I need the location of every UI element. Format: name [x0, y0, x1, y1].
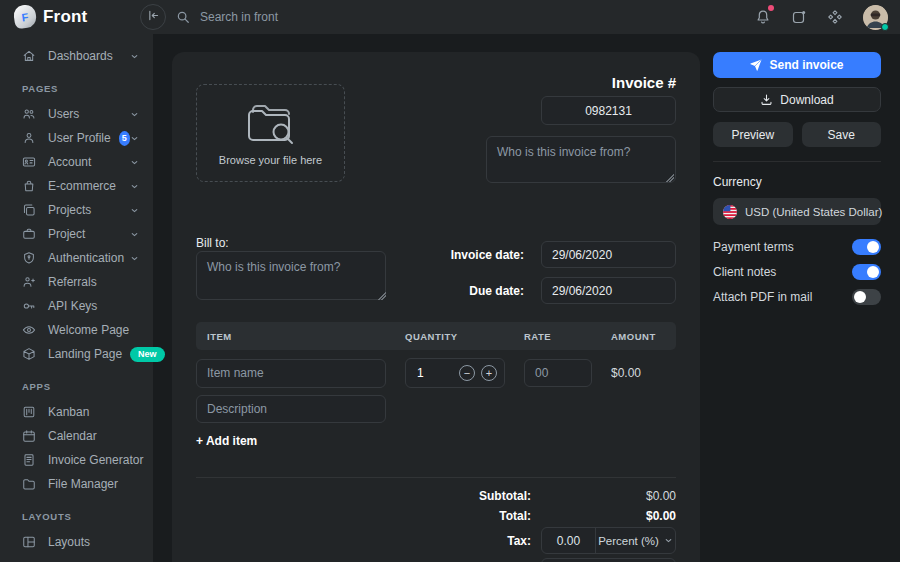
- download-label: Download: [780, 93, 833, 107]
- sidebar-item-account[interactable]: Account: [0, 150, 153, 174]
- resize-handle[interactable]: [377, 291, 386, 300]
- sidebar-item-users[interactable]: Users: [0, 102, 153, 126]
- quantity-decrease-button[interactable]: −: [459, 365, 475, 381]
- user-icon: [22, 131, 36, 145]
- sidebar-item-authentication[interactable]: Authentication: [0, 246, 153, 270]
- us-flag-icon: [723, 205, 737, 219]
- preview-button[interactable]: Preview: [713, 122, 793, 147]
- toggle-client-notes[interactable]: [852, 264, 881, 280]
- sidebar-item-label: Projects: [48, 203, 91, 217]
- panel-divider: [713, 161, 881, 162]
- sidebar-item-api-keys[interactable]: API Keys: [0, 294, 153, 318]
- quantity-value[interactable]: 1: [413, 366, 459, 380]
- sidebar-item-label: Layouts: [48, 535, 90, 549]
- search-input[interactable]: [200, 10, 420, 24]
- sidebar-item-label: Users: [48, 107, 79, 121]
- quantity-stepper: 1 − +: [405, 358, 505, 388]
- upload-label: Browse your file here: [219, 154, 322, 166]
- apps-button[interactable]: [791, 9, 807, 25]
- briefcase-icon: [22, 227, 36, 241]
- tax-label: Tax:: [507, 534, 531, 548]
- add-item-button[interactable]: + Add item: [196, 434, 257, 448]
- global-search: [176, 0, 420, 34]
- chevron-down-icon: [130, 52, 139, 61]
- chevron-down-icon: [664, 536, 673, 545]
- sidebar-item-label: Calendar: [48, 429, 97, 443]
- invoice-date-input[interactable]: [541, 241, 676, 268]
- rate-input[interactable]: [524, 359, 592, 387]
- copy-icon: [22, 203, 36, 217]
- sidebar-item-invoice-generator[interactable]: Invoice Generator: [0, 448, 153, 472]
- sidebar-item-referrals[interactable]: Referrals: [0, 270, 153, 294]
- description-input[interactable]: [196, 395, 386, 423]
- person-plus-icon: [22, 275, 36, 289]
- sidebar-item-calendar[interactable]: Calendar: [0, 424, 153, 448]
- sidebar-item-project[interactable]: Project: [0, 222, 153, 246]
- sidebar-item-label: Welcome Page: [48, 323, 129, 337]
- item-name-input[interactable]: [196, 359, 386, 388]
- amount-paid-input[interactable]: [541, 558, 676, 562]
- sidebar: DashboardsPagesUsersUser Profile5Account…: [0, 34, 153, 562]
- tax-input-group: Percent (%): [541, 527, 676, 554]
- resize-handle[interactable]: [665, 173, 674, 182]
- sidebar-item-dashboards[interactable]: Dashboards: [0, 44, 153, 68]
- logo-upload-dropzone[interactable]: Browse your file here: [196, 84, 345, 182]
- sidebar-item-label: Authentication: [48, 251, 124, 265]
- badge-new: New: [130, 347, 165, 362]
- nav-section-header-apps: Apps: [0, 366, 153, 400]
- avatar[interactable]: [863, 5, 888, 30]
- total-value: $0.00: [531, 509, 676, 523]
- amount-value: $0.00: [611, 366, 676, 380]
- toggle-knob: [867, 241, 879, 253]
- folder-search-icon: [240, 101, 302, 147]
- chevron-down-icon: [130, 158, 139, 167]
- brand-logo-icon: F: [13, 4, 38, 30]
- sidebar-item-kanban[interactable]: Kanban: [0, 400, 153, 424]
- currency-label: Currency: [713, 175, 881, 189]
- download-icon: [760, 93, 773, 106]
- sidebar-item-welcome-page[interactable]: Welcome Page: [0, 318, 153, 342]
- currency-select[interactable]: USD (United States Dollar): [713, 198, 881, 225]
- due-date-label: Due date:: [469, 284, 524, 298]
- sidebar-item-label: Project: [48, 227, 85, 241]
- quantity-increase-button[interactable]: +: [481, 365, 497, 381]
- sidebar-item-user-profile[interactable]: User Profile5: [0, 126, 153, 150]
- widgets-button[interactable]: [827, 9, 843, 25]
- search-icon: [176, 10, 190, 24]
- widgets-icon: [827, 9, 843, 25]
- invoice-actions-panel: Send invoice Download Preview Save Curre…: [713, 52, 881, 305]
- sidebar-item-e-commerce[interactable]: E-commerce: [0, 174, 153, 198]
- toggle-knob: [867, 266, 879, 278]
- folder-icon: [22, 477, 36, 491]
- save-button[interactable]: Save: [802, 122, 882, 147]
- collapse-sidebar-button[interactable]: [140, 4, 166, 30]
- sidebar-item-landing-page[interactable]: Landing PageNew: [0, 342, 153, 366]
- download-button[interactable]: Download: [713, 87, 881, 112]
- chevron-down-icon: [130, 206, 139, 215]
- sidebar-item-label: Invoice Generator: [48, 453, 143, 467]
- nav-section-header-pages: Pages: [0, 68, 153, 102]
- tax-unit-value: Percent (%): [598, 535, 659, 547]
- due-date-input[interactable]: [541, 277, 676, 304]
- toggle-knob: [854, 291, 866, 303]
- sidebar-item-projects[interactable]: Projects: [0, 198, 153, 222]
- sidebar-item-file-manager[interactable]: File Manager: [0, 472, 153, 496]
- sidebar-item-layouts[interactable]: Layouts: [0, 530, 153, 554]
- brand-logo[interactable]: F Front: [14, 5, 87, 28]
- sidebar-item-label: API Keys: [48, 299, 97, 313]
- invoice-from-textarea[interactable]: [486, 136, 676, 183]
- chevron-down-icon: [130, 230, 139, 239]
- key-icon: [22, 299, 36, 313]
- send-invoice-button[interactable]: Send invoice: [713, 52, 881, 78]
- bill-to-textarea[interactable]: [196, 251, 386, 300]
- subtotal-row: Subtotal: $0.00: [196, 489, 676, 503]
- notifications-button[interactable]: [755, 9, 771, 25]
- bag-icon: [22, 179, 36, 193]
- toggle-attach-pdf-in-mail[interactable]: [852, 289, 881, 305]
- subtotal-value: $0.00: [531, 489, 676, 503]
- currency-value: USD (United States Dollar): [745, 206, 882, 218]
- toggle-payment-terms[interactable]: [852, 239, 881, 255]
- tax-amount-input[interactable]: [542, 528, 595, 553]
- tax-unit-select[interactable]: Percent (%): [595, 528, 675, 553]
- invoice-number-input[interactable]: [541, 96, 676, 125]
